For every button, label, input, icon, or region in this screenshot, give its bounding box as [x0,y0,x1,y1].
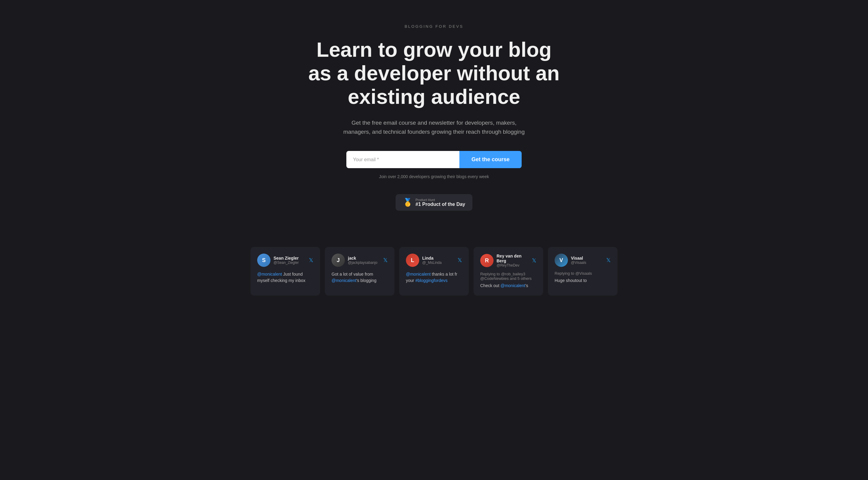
author-name: Rey van den Berg [497,253,532,263]
author-handle: @_MsLinda [422,261,441,265]
tweet-header: R Rey van den Berg @ReyTheDev 𝕏 [480,253,536,268]
join-text: Join over 2,000 developers growing their… [379,174,489,179]
twitter-icon: 𝕏 [309,257,313,264]
tweet-author: R Rey van den Berg @ReyTheDev [480,253,532,268]
tweet-author: L Linda @_MsLinda [406,253,441,267]
author-name: Sean Ziegler [274,256,299,261]
tweet-header: L Linda @_MsLinda 𝕏 [406,253,462,267]
tweet-card: V Visaal @Visaals 𝕏 Replying to @Visaals… [548,247,617,296]
avatar: V [555,253,568,267]
tweet-author: S Sean Ziegler @Sean_Ziegler [257,253,299,267]
reply-to: Replying to @rob_bailey3 @CodeNewbies an… [480,272,536,281]
tweet-card: S Sean Ziegler @Sean_Ziegler 𝕏 @monicale… [251,247,320,296]
product-hunt-medal-icon: 🥇 [403,198,412,207]
get-course-button[interactable]: Get the course [459,151,522,168]
hero-subtitle: Get the free email course and newsletter… [337,118,531,137]
tweet-text: Got a lot of value from @monicalent's bl… [332,271,388,284]
author-name: Visaal [571,256,586,261]
tweet-author: V Visaal @Visaals [555,253,586,267]
author-handle: @ReyTheDev [497,263,532,268]
author-info: Sean Ziegler @Sean_Ziegler [274,256,299,265]
mention: @monicalent [406,272,431,277]
tweet-card: L Linda @_MsLinda 𝕏 @monicalent thanks a… [399,247,469,296]
email-form: Get the course [346,151,522,168]
reply-to: Replying to @Visaals [555,271,611,276]
author-name: Linda [422,256,441,261]
tweet-text: @monicalent Just found myself checking m… [257,271,313,284]
avatar: J [332,253,345,267]
testimonials-section: S Sean Ziegler @Sean_Ziegler 𝕏 @monicale… [0,247,868,308]
hero-title: Learn to grow your blog as a developer w… [304,38,564,109]
hashtag: #bloggingfordevs [415,278,447,283]
tweet-text: @monicalent thanks a lot fr your #bloggi… [406,271,462,284]
author-handle: @Visaals [571,261,586,265]
product-hunt-badge: 🥇 Product Hunt #1 Product of the Day [396,194,472,211]
hero-section: BLOGGING FOR DEVS Learn to grow your blo… [298,0,570,247]
author-info: Visaal @Visaals [571,256,586,265]
mention: @monicalent [332,278,356,283]
email-input[interactable] [346,151,459,168]
author-name: jack [348,256,377,261]
tweet-card: R Rey van den Berg @ReyTheDev 𝕏 Replying… [473,247,543,296]
author-info: Linda @_MsLinda [422,256,441,265]
tweet-header: J jack @jackplaysabanjo 𝕏 [332,253,388,267]
author-info: Rey van den Berg @ReyTheDev [497,253,532,268]
twitter-icon: 𝕏 [606,257,611,264]
product-hunt-title: #1 Product of the Day [415,202,465,207]
tweet-header: V Visaal @Visaals 𝕏 [555,253,611,267]
tweet-text: Huge shoutout to [555,277,611,284]
twitter-icon: 𝕏 [383,257,388,264]
tweet-text: Check out @monicalent's [480,282,536,289]
twitter-icon: 𝕏 [532,257,536,264]
author-info: jack @jackplaysabanjo [348,256,377,265]
tweet-header: S Sean Ziegler @Sean_Ziegler 𝕏 [257,253,313,267]
product-hunt-text: Product Hunt #1 Product of the Day [415,198,465,207]
author-handle: @jackplaysabanjo [348,261,377,265]
product-hunt-label: Product Hunt [415,198,465,202]
avatar: S [257,253,271,267]
brand-label: BLOGGING FOR DEVS [405,24,464,29]
avatar: R [480,254,494,267]
avatar: L [406,253,419,267]
twitter-icon: 𝕏 [458,257,462,264]
mention: @monicalent [500,283,525,288]
author-handle: @Sean_Ziegler [274,261,299,265]
tweet-author: J jack @jackplaysabanjo [332,253,377,267]
tweet-card: J jack @jackplaysabanjo 𝕏 Got a lot of v… [325,247,395,296]
mention: @monicalent [257,272,282,277]
